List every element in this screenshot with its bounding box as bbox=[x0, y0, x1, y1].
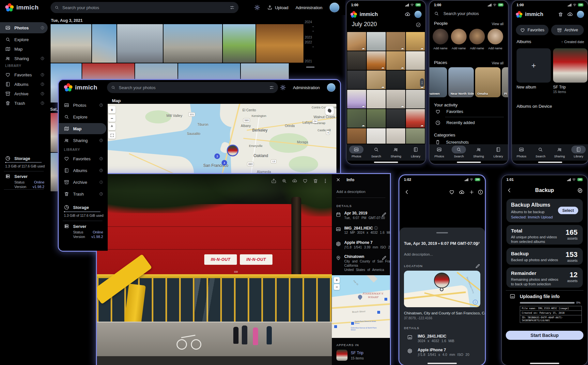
person-item[interactable]: Add name bbox=[486, 29, 504, 54]
map-cluster-count[interactable]: 4 bbox=[222, 160, 227, 166]
places-view-all[interactable]: View all bbox=[492, 61, 503, 65]
backup-cloud-icon[interactable] bbox=[405, 11, 410, 17]
add-name-label[interactable]: Add name bbox=[470, 46, 484, 50]
cloud-download-icon[interactable] bbox=[459, 189, 465, 195]
settings-gear-icon[interactable] bbox=[577, 188, 583, 193]
timeline-photo[interactable] bbox=[256, 24, 303, 63]
select-albums-button[interactable]: Select bbox=[558, 207, 578, 214]
map-zoom-out-button[interactable]: − bbox=[108, 115, 116, 122]
theme-toggle-icon[interactable] bbox=[280, 85, 286, 90]
person-item[interactable]: Add name bbox=[450, 29, 468, 54]
favorites-button[interactable]: Favorites bbox=[516, 25, 549, 35]
nav-search[interactable]: Search bbox=[366, 146, 386, 158]
sidebar-item-trash[interactable]: Trash bbox=[0, 98, 48, 109]
search-input[interactable]: Search your photos bbox=[434, 11, 479, 16]
grid-photo[interactable]: ☁ bbox=[347, 109, 366, 128]
new-album-tile[interactable]: + bbox=[517, 48, 551, 83]
grid-photo[interactable]: ☁ bbox=[367, 71, 386, 89]
grid-photo[interactable] bbox=[347, 51, 366, 70]
nav-sharing[interactable]: Sharing bbox=[469, 146, 488, 158]
edit-location-icon[interactable] bbox=[475, 263, 480, 269]
album-tile-sf-trip[interactable] bbox=[553, 48, 587, 83]
immich-logo[interactable]: immich bbox=[59, 83, 97, 92]
description-input[interactable]: Add a description bbox=[336, 190, 365, 194]
grid-photo[interactable]: ☁ bbox=[406, 32, 425, 51]
grid-photo[interactable]: ☁ bbox=[367, 51, 386, 70]
sidebar-item-sharing[interactable]: Sharing bbox=[0, 53, 48, 64]
nav-search[interactable]: Search bbox=[531, 146, 550, 158]
grid-photo[interactable] bbox=[386, 128, 405, 144]
trash-icon[interactable] bbox=[558, 12, 563, 17]
info-icon[interactable] bbox=[478, 189, 483, 195]
add-name-label[interactable]: Add name bbox=[488, 46, 502, 50]
sidebar-item-favorites[interactable]: Favorites bbox=[59, 153, 106, 164]
timeline-photo[interactable] bbox=[51, 24, 91, 63]
grid-photo[interactable]: ☁ bbox=[367, 128, 386, 144]
add-to-album-icon[interactable] bbox=[469, 189, 474, 195]
user-avatar[interactable] bbox=[327, 83, 335, 92]
map-cluster-count[interactable]: 3 bbox=[214, 153, 220, 159]
location-minimap[interactable]: Pier 45 FISHERMAN'S WHARF Beach Street N… bbox=[332, 275, 390, 338]
person-face-avatar[interactable] bbox=[451, 29, 467, 44]
backup-cloud-icon[interactable] bbox=[567, 11, 573, 17]
grid-photo[interactable]: ☁ bbox=[347, 90, 366, 108]
grid-photo[interactable]: ☁ bbox=[386, 51, 405, 70]
edit-date-icon[interactable] bbox=[381, 212, 387, 217]
nav-search[interactable]: Search bbox=[449, 146, 469, 158]
grid-photo[interactable] bbox=[406, 51, 425, 70]
grid-photo[interactable] bbox=[347, 128, 366, 144]
map-settings-button[interactable] bbox=[325, 106, 334, 115]
sidebar-item-explore[interactable]: Explore bbox=[59, 111, 106, 122]
sidebar-item-sharing[interactable]: Sharing bbox=[59, 135, 106, 146]
nav-sharing[interactable]: Sharing bbox=[550, 146, 569, 158]
grid-photo[interactable] bbox=[367, 90, 386, 108]
search-filter-icon[interactable] bbox=[230, 5, 235, 10]
map-info-icon[interactable]: i bbox=[473, 300, 478, 305]
close-icon[interactable] bbox=[336, 177, 341, 182]
person-face-avatar[interactable] bbox=[433, 29, 448, 44]
place-tile[interactable]: Omaha bbox=[475, 67, 501, 97]
map-zoom-in-button[interactable]: + bbox=[108, 106, 116, 113]
nav-sharing[interactable]: Sharing bbox=[386, 146, 406, 158]
recently-added-row[interactable]: Recently added bbox=[435, 120, 475, 125]
edit-date-icon[interactable] bbox=[475, 241, 480, 246]
person-item[interactable]: Add name bbox=[431, 29, 450, 54]
place-tile[interactable]: Near North Side bbox=[448, 67, 474, 97]
album-link[interactable]: SF Trip bbox=[351, 351, 364, 355]
sidebar-item-map[interactable]: Map bbox=[59, 123, 106, 134]
user-avatar[interactable] bbox=[414, 11, 422, 18]
timeline-photo[interactable] bbox=[117, 24, 163, 63]
favorites-row[interactable]: Favorites bbox=[435, 109, 463, 114]
search-filter-icon[interactable] bbox=[269, 85, 274, 90]
timeline-photo[interactable] bbox=[92, 24, 116, 63]
grid-photo[interactable] bbox=[386, 109, 405, 128]
grid-photo[interactable]: ☁ bbox=[386, 32, 405, 51]
administration-link[interactable]: Administration bbox=[293, 85, 320, 90]
upload-button[interactable]: Upload bbox=[267, 5, 288, 10]
nav-library[interactable]: Library bbox=[569, 146, 588, 158]
sidebar-item-photos[interactable]: Photos bbox=[59, 100, 106, 111]
people-view-all[interactable]: View all bbox=[492, 22, 503, 26]
start-backup-button[interactable]: Start Backup bbox=[506, 331, 583, 340]
back-button[interactable] bbox=[506, 187, 512, 193]
viewer-photo-in-n-out[interactable]: IN-N-OUT IN-N-OUT 333 bbox=[97, 174, 332, 365]
album-thumbnail[interactable] bbox=[336, 350, 348, 361]
scrollbar-thumb[interactable]: ▲▼ bbox=[420, 78, 424, 87]
grid-photo[interactable] bbox=[367, 109, 386, 128]
albums-sort-button[interactable]: ↑Created date bbox=[561, 40, 584, 44]
grid-photo[interactable] bbox=[406, 90, 425, 108]
archive-button[interactable]: Archive bbox=[551, 25, 584, 35]
grid-photo[interactable]: ☁ bbox=[406, 109, 425, 128]
sidebar-item-photos[interactable]: Photos bbox=[0, 22, 48, 33]
back-button[interactable] bbox=[404, 189, 410, 195]
administration-link[interactable]: Administration bbox=[296, 5, 322, 10]
nav-library[interactable]: Library bbox=[488, 146, 508, 158]
nav-photos[interactable]: Photos bbox=[347, 146, 366, 158]
person-item[interactable]: Add name bbox=[468, 29, 486, 54]
nav-library[interactable]: Library bbox=[406, 146, 426, 158]
screenshots-row[interactable]: Screenshots bbox=[435, 140, 469, 145]
search-input[interactable]: Search your photos bbox=[51, 2, 239, 13]
timeline-photo[interactable] bbox=[163, 24, 222, 63]
map-fullscreen-button[interactable] bbox=[108, 132, 116, 139]
minimap-zoom-in[interactable]: + bbox=[334, 277, 340, 283]
